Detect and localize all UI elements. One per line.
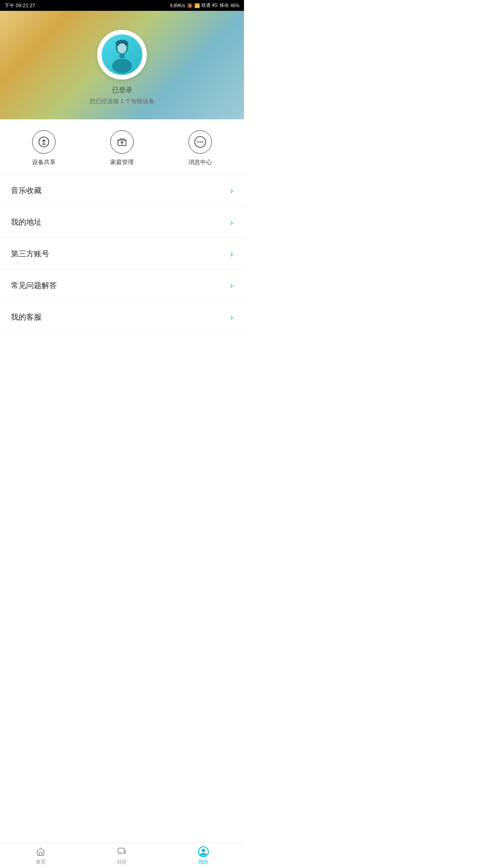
- signal-icon: 🔕: [187, 3, 192, 8]
- menu-item-faq-label: 常见问题解答: [11, 280, 57, 291]
- home-manage-icon-circle: [110, 130, 134, 154]
- device-share-icon: [38, 137, 49, 147]
- device-share-label: 设备共享: [32, 158, 56, 166]
- svg-point-6: [117, 43, 127, 53]
- status-right: 9.89K/s 🔕 📶 联通 4G 移动 46%: [170, 2, 239, 9]
- message-center-label: 消息中心: [188, 158, 212, 166]
- carrier1: 联通 4G: [202, 2, 218, 9]
- avatar-image: [102, 34, 142, 75]
- menu-item-music-favorites-label: 音乐收藏: [11, 185, 42, 196]
- profile-header: 已登录 您已经连接 1 个智能设备: [0, 11, 244, 119]
- menu-item-music-favorites[interactable]: 音乐收藏 ›: [0, 175, 244, 207]
- carrier2: 移动: [220, 2, 229, 9]
- home-manage-label: 家庭管理: [110, 158, 134, 166]
- battery: 46%: [230, 3, 239, 8]
- home-manage-icon: [117, 137, 127, 147]
- menu-item-service[interactable]: 我的客服 ›: [0, 302, 244, 333]
- profile-subtitle: 您已经连接 1 个智能设备: [89, 97, 155, 105]
- menu-item-third-party-label: 第三方账号: [11, 249, 49, 259]
- menu-item-service-label: 我的客服: [11, 312, 42, 322]
- menu-item-my-address[interactable]: 我的地址 ›: [0, 207, 244, 238]
- message-center-icon: [194, 136, 206, 148]
- chevron-right-icon-third-party: ›: [230, 249, 233, 259]
- svg-point-12: [197, 142, 199, 143]
- action-device-share[interactable]: 设备共享: [32, 130, 56, 166]
- network-speed: 9.89K/s: [170, 3, 185, 8]
- status-bar: 下午 09:21:27 9.89K/s 🔕 📶 联通 4G 移动 46%: [0, 0, 244, 11]
- chevron-right-icon-service: ›: [230, 312, 233, 322]
- action-home-manage[interactable]: 家庭管理: [110, 130, 134, 166]
- menu-item-faq[interactable]: 常见问题解答 ›: [0, 270, 244, 302]
- message-center-icon-circle: [188, 130, 212, 154]
- menu-item-my-address-label: 我的地址: [11, 217, 42, 227]
- menu-item-third-party[interactable]: 第三方账号 ›: [0, 238, 244, 270]
- avatar[interactable]: [97, 30, 147, 80]
- menu-list: 音乐收藏 › 我的地址 › 第三方账号 › 常见问题解答 › 我的客服 ›: [0, 175, 244, 333]
- svg-rect-3: [119, 54, 125, 58]
- wifi-icon: 📶: [194, 3, 200, 8]
- bottom-spacer: [0, 333, 244, 360]
- action-message-center[interactable]: 消息中心: [188, 130, 212, 166]
- profile-status: 已登录: [112, 86, 132, 94]
- svg-point-13: [200, 142, 201, 143]
- chevron-right-icon-music: ›: [230, 185, 233, 196]
- chevron-right-icon-faq: ›: [230, 280, 233, 291]
- status-time: 下午 09:21:27: [5, 2, 35, 9]
- svg-point-14: [202, 142, 203, 143]
- quick-actions-bar: 设备共享 家庭管理 消息中心: [0, 119, 244, 175]
- svg-point-2: [112, 59, 132, 73]
- chevron-right-icon-address: ›: [230, 217, 233, 227]
- device-share-icon-circle: [32, 130, 56, 154]
